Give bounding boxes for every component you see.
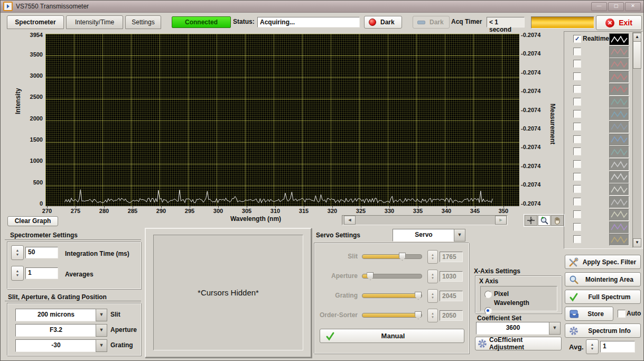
servo-mode-dropdown-arrow-icon[interactable]: ▼ <box>454 229 465 242</box>
waveform-icon[interactable] <box>609 58 629 70</box>
legend-scrollbar[interactable]: ▲ ▼ <box>632 32 642 248</box>
servo-value-spinner[interactable]: ▲▼1765 <box>427 250 463 264</box>
servo-slider-grating[interactable] <box>362 293 422 298</box>
tab-spectrometer[interactable]: Spectrometer <box>7 15 64 29</box>
legend-checkbox[interactable] <box>573 235 581 243</box>
servo-value-order-sorter[interactable]: 2050 <box>440 310 463 321</box>
servo-value-grating[interactable]: 2045 <box>440 291 463 301</box>
tab-settings[interactable]: Settings <box>125 15 161 29</box>
waveform-icon[interactable] <box>609 159 629 171</box>
waveform-icon[interactable] <box>609 84 629 96</box>
radio-pixel[interactable] <box>484 291 492 298</box>
legend-checkbox[interactable] <box>573 160 581 168</box>
servo-slider-slit[interactable] <box>362 254 422 259</box>
dropdown-arrow-icon[interactable]: ▼ <box>96 339 107 352</box>
legend-checkbox[interactable] <box>573 110 581 118</box>
dark-button[interactable]: Dark <box>364 16 402 29</box>
auto-checkbox[interactable] <box>618 310 626 318</box>
servo-value-spinner[interactable]: ▲▼2050 <box>427 309 463 322</box>
legend-scroll-up-icon[interactable]: ▲ <box>633 33 641 42</box>
legend-checkbox[interactable] <box>573 98 581 106</box>
tab-intensity-time[interactable]: Intensity/Time <box>66 15 123 29</box>
legend-checkbox[interactable] <box>573 223 581 231</box>
avg-spinner[interactable]: ▲▼ 1 <box>586 339 635 354</box>
waveform-icon[interactable] <box>609 183 629 196</box>
zoom-tool-icon[interactable] <box>538 215 550 226</box>
waveform-icon[interactable] <box>609 171 629 183</box>
apply-spec-filter-button[interactable]: Apply Spec. Filter <box>565 255 641 269</box>
dropdown-arrow-icon[interactable]: ▼ <box>96 309 107 321</box>
legend-checkbox[interactable] <box>573 85 581 93</box>
spectrum-info-button[interactable]: Spectrum Info <box>565 323 641 338</box>
legend-checkbox[interactable] <box>573 185 581 193</box>
coefficient-set-dropdown[interactable]: 3600 <box>476 322 550 335</box>
waveform-icon[interactable] <box>609 96 629 108</box>
graph-h-scrollbar[interactable] <box>342 215 508 225</box>
spinner-arrows-icon[interactable]: ▲▼ <box>427 270 438 283</box>
position-dropdown-grating[interactable]: -30 <box>15 339 97 352</box>
scroll-left-button[interactable]: ◄ <box>344 216 356 225</box>
dark-disabled-label: Dark <box>430 18 444 26</box>
spinner-arrows-icon[interactable]: ▲▼ <box>586 339 599 354</box>
spinner-arrows-icon[interactable]: ▲▼ <box>427 309 438 322</box>
legend-checkbox[interactable] <box>573 198 581 206</box>
waveform-icon[interactable] <box>609 209 629 221</box>
position-dropdown-aperture[interactable]: F3.2 <box>15 324 97 337</box>
servo-value-spinner[interactable]: ▲▼2045 <box>427 289 463 303</box>
legend-scroll-thumb[interactable] <box>633 41 641 69</box>
spinner-arrows-icon[interactable]: ▲▼ <box>427 250 438 264</box>
waveform-icon[interactable] <box>609 71 629 83</box>
waveform-icon[interactable] <box>609 146 629 158</box>
legend-checkbox[interactable] <box>573 72 581 80</box>
servo-slider-aperture[interactable] <box>362 274 422 279</box>
legend-checkbox[interactable] <box>573 135 581 143</box>
legend-checkbox[interactable] <box>573 48 581 55</box>
mointering-area-button[interactable]: Mointering Area <box>565 272 641 286</box>
maximize-button[interactable]: ▢ <box>608 2 624 11</box>
servo-value-aperture[interactable]: 1030 <box>440 271 463 282</box>
close-button[interactable]: ✕ <box>625 2 641 11</box>
waveform-icon[interactable] <box>609 108 629 121</box>
waveform-icon[interactable] <box>609 46 629 58</box>
integration-time-spinner[interactable]: ▲▼ 50 <box>11 245 58 260</box>
spectrum-plot[interactable] <box>45 33 519 206</box>
legend-checkbox[interactable] <box>573 60 581 68</box>
spinner-arrows-icon[interactable]: ▲▼ <box>11 245 24 260</box>
waveform-icon[interactable] <box>609 221 629 234</box>
legend-checkbox[interactable] <box>573 123 581 131</box>
legend-checkbox[interactable] <box>573 210 581 218</box>
integration-time-value[interactable]: 50 <box>25 247 58 258</box>
cursor-tool-icon[interactable] <box>525 215 537 226</box>
avg-value[interactable]: 1 <box>600 341 635 353</box>
radio-wavelength[interactable] <box>484 307 492 314</box>
coefficient-dropdown-arrow-icon[interactable]: ▼ <box>549 322 561 335</box>
legend-checkbox[interactable] <box>573 173 581 181</box>
legend-checkbox[interactable] <box>573 147 581 155</box>
legend-scroll-down-icon[interactable]: ▼ <box>633 238 641 247</box>
averages-value[interactable]: 1 <box>25 267 58 279</box>
position-dropdown-slit[interactable]: 200 microns <box>15 309 97 321</box>
waveform-icon[interactable] <box>609 121 629 133</box>
servo-slider-order-sorter[interactable] <box>362 313 422 318</box>
averages-spinner[interactable]: ▲▼ 1 <box>11 266 58 281</box>
legend-checkbox[interactable]: ✓ <box>573 35 581 43</box>
exit-button[interactable]: ✕ Exit <box>596 15 642 30</box>
manual-button[interactable]: Manual <box>320 329 464 343</box>
coefficient-adjustment-button[interactable]: CoEfficient Adjustment <box>475 337 562 350</box>
clear-graph-button[interactable]: Clear Graph <box>7 216 58 226</box>
waveform-icon[interactable] <box>609 234 629 246</box>
servo-mode-dropdown[interactable]: Servo <box>393 229 455 242</box>
servo-value-slit[interactable]: 1765 <box>440 252 463 262</box>
scroll-right-button[interactable]: ► <box>495 216 507 225</box>
full-spectrum-button[interactable]: Full Spectrum <box>565 290 641 304</box>
dropdown-arrow-icon[interactable]: ▼ <box>96 324 107 337</box>
store-button[interactable]: Store <box>565 307 613 321</box>
waveform-icon[interactable] <box>609 134 629 146</box>
servo-value-spinner[interactable]: ▲▼1030 <box>427 270 463 283</box>
spinner-arrows-icon[interactable]: ▲▼ <box>427 289 438 303</box>
waveform-icon[interactable] <box>609 33 629 45</box>
pan-tool-icon[interactable] <box>551 215 564 226</box>
minimize-button[interactable]: — <box>591 2 607 11</box>
spinner-arrows-icon[interactable]: ▲▼ <box>11 266 24 281</box>
waveform-icon[interactable] <box>609 196 629 208</box>
